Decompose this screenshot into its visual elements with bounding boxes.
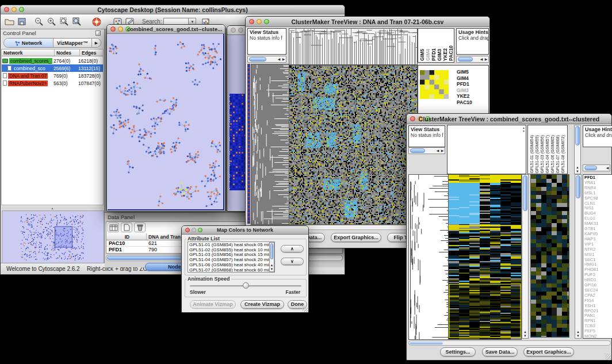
tv1-node-color-strip	[247, 64, 250, 224]
zoom-selected-icon[interactable]	[71, 16, 83, 28]
scroll-right-icon[interactable]: ▶	[484, 57, 488, 62]
gene-label[interactable]: PAC10	[457, 99, 472, 106]
gene-label[interactable]: YKE2	[457, 93, 472, 99]
create-vizmap-button[interactable]: Create Vizmap	[240, 300, 284, 309]
attribute-item[interactable]: GPL51-07 (GSM868) heat shock 60 min	[189, 268, 274, 273]
network1-canvas-area[interactable]	[108, 34, 224, 210]
gene-label[interactable]: MON2	[584, 334, 612, 339]
gene-label[interactable]: GIM5	[457, 69, 472, 75]
column-label: GPL51-03 (GSM856)	[540, 135, 545, 173]
new-attribute-icon[interactable]	[121, 223, 132, 232]
move-up-button[interactable]: ∧	[281, 245, 304, 252]
save-session-icon[interactable]	[16, 16, 28, 28]
scroll-right-icon[interactable]: ▶	[440, 148, 445, 153]
panel-divider[interactable]: ▲	[1, 206, 104, 210]
attribute-select-icon[interactable]	[108, 223, 119, 232]
tv2-status-hscrollbar[interactable]: ◀▶	[408, 147, 445, 154]
main-window-title: Cytoscape Desktop (Session Name: collins…	[1, 6, 345, 13]
scroll-left-icon[interactable]: ◀	[605, 166, 610, 170]
network1-titlebar[interactable]: combined_scores_good.txt--cluste...	[107, 25, 225, 34]
resize-grip[interactable]	[302, 306, 308, 312]
tv2-usage-hscrollbar[interactable]: ◀	[583, 164, 610, 171]
close-button[interactable]	[231, 28, 236, 33]
attribute-listbox[interactable]: GPL51-01 (GSM854) heat shock 05 minGPL51…	[188, 242, 275, 273]
tab-vizmapper[interactable]: VizMapper™	[53, 39, 92, 47]
data-col-id[interactable]: ID	[106, 233, 147, 240]
tv1-row-dendrogram-canvas[interactable]	[251, 64, 290, 225]
col-edges[interactable]: Edges	[80, 49, 103, 56]
tv2-save-data-button[interactable]: Save Data...	[482, 347, 518, 357]
control-panel: Control Panel Network VizMapper™ ▶ Netwo…	[1, 29, 105, 264]
network-name: DNA and Tran 07	[8, 73, 48, 79]
zoom-fit-icon[interactable]	[58, 16, 71, 28]
help-lifering-icon[interactable]	[90, 16, 103, 28]
scroll-left-icon[interactable]: ◀	[435, 148, 440, 153]
slider-thumb[interactable]	[243, 282, 249, 289]
scroll-left-icon[interactable]: ◀	[479, 57, 484, 62]
column-label: PFD1	[431, 48, 437, 61]
tv2-zoom-vscrollbar[interactable]: ▲▼	[575, 174, 582, 339]
network-table-header: Network Nodes Edges	[2, 49, 103, 56]
tv2-export-graphics-button[interactable]: Export Graphics...	[523, 347, 574, 357]
tv2-gene-list: PFD1YRA1RNR4MSL1SPC98CLN1NIS1BUD4ELG1MAK…	[583, 175, 612, 339]
column-label: YKE2	[442, 48, 448, 61]
network-row-selected[interactable]: combined_sco 2569(6) 13112(15)	[2, 64, 103, 72]
delete-attribute-icon[interactable]	[134, 223, 146, 232]
tv2-zoom-heatmap-canvas[interactable]	[530, 174, 569, 338]
tv2-column-dendrogram-panel[interactable]: ▲▼	[447, 125, 526, 174]
col-nodes[interactable]: Nodes	[55, 49, 80, 56]
usage-hints-text: Click and drag to	[583, 132, 612, 138]
scroll-right-icon[interactable]: ▶	[281, 57, 286, 62]
network-row-dna-tran[interactable]: DNA and Tran 07 769(0) 183728(0)	[2, 72, 103, 79]
zoom-out-icon[interactable]	[33, 16, 45, 28]
scroll-left-icon[interactable]: ◀	[277, 57, 281, 62]
treeview1-title: ClusterMaker TreeView : DNA and Tran 07-…	[246, 18, 489, 25]
tv1-usage-hscrollbar[interactable]: ◀▶	[456, 56, 489, 63]
tv2-labels-vscrollbar[interactable]: ▲▼	[574, 125, 581, 174]
network-canvas[interactable]	[108, 34, 223, 209]
network-row-combined-scores[interactable]: combined_scores_ 2764(0) 16218(0)	[2, 57, 103, 64]
gene-label[interactable]: GIM3	[457, 87, 472, 94]
tab-overflow-arrow[interactable]: ▶	[92, 39, 101, 47]
tv1-export-graphics-button[interactable]: Export Graphics...	[331, 233, 381, 242]
tv1-column-dendrogram-canvas[interactable]	[289, 28, 418, 65]
float-panel-icon[interactable]	[95, 30, 101, 36]
tv1-heatmap-canvas[interactable]	[289, 65, 418, 225]
mini-scroll-arrows[interactable]: ▲▼	[522, 126, 525, 133]
gene-label[interactable]: GIM4	[457, 75, 472, 82]
scroll-arrows[interactable]: ▲▼	[575, 166, 580, 174]
scroll-arrows[interactable]: ▲▼	[575, 330, 581, 338]
tab-network[interactable]: Network	[4, 39, 53, 47]
network-overview-canvas[interactable]	[2, 210, 104, 263]
col-network[interactable]: Network	[2, 49, 55, 56]
open-session-icon[interactable]	[3, 16, 16, 28]
dialog-titlebar[interactable]: Map Colors to Network	[182, 226, 308, 235]
tv1-correlation-matrix-canvas[interactable]	[420, 70, 449, 99]
scroll-arrows[interactable]: ▲▼	[522, 330, 528, 338]
tv1-status-hscrollbar[interactable]: ◀▶	[247, 56, 286, 63]
slower-label: Slower	[190, 289, 206, 295]
animate-vizmap-button[interactable]: Animate Vizmap	[190, 300, 236, 309]
tv2-settings-button[interactable]: Settings...	[440, 347, 476, 357]
zoom-in-icon[interactable]	[45, 16, 58, 28]
treeview2-titlebar[interactable]: ClusterMaker TreeView : combined_scores_…	[407, 114, 611, 124]
column-label: GPL51-02 (GSM855)	[534, 135, 540, 173]
animation-speed-slider[interactable]	[190, 285, 301, 287]
network-row-rnapuber[interactable]: RNAPuberNov2+ 563(0) 107847(0)	[2, 79, 103, 87]
scroll-arrows[interactable]: ▲▼	[270, 263, 274, 271]
tv2-heatmap-vscrollbar[interactable]: ▲▼	[522, 174, 529, 339]
network-name: RNAPuberNov2+	[8, 81, 48, 86]
resize-grip[interactable]	[605, 354, 611, 359]
network-folder-icon	[2, 59, 8, 63]
faster-label: Faster	[285, 289, 300, 295]
tv2-heatmap-canvas[interactable]	[448, 174, 522, 340]
minimize-button[interactable]	[238, 28, 243, 33]
treeview1-titlebar[interactable]: ClusterMaker TreeView : DNA and Tran 07-…	[246, 17, 489, 27]
gene-label[interactable]: PFD1	[457, 81, 472, 87]
tv2-bottom-track[interactable]	[408, 340, 611, 346]
move-down-button[interactable]: ∨	[281, 258, 304, 265]
tv2-row-dendrogram-canvas[interactable]	[408, 174, 449, 340]
attribute-list-vscrollbar[interactable]: ▲▼	[269, 242, 274, 272]
main-titlebar[interactable]: Cytoscape Desktop (Session Name: collins…	[1, 5, 345, 14]
tv2-gene-list-panel: PFD1YRA1RNR4MSL1SPC98CLN1NIS1BUD4ELG1MAK…	[583, 174, 612, 339]
